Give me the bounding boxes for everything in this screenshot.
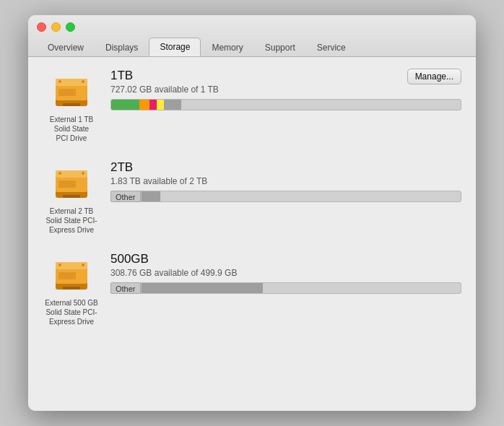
svg-point-12 [58, 172, 61, 175]
drive-row-1: External 2 TBSolid State PCI-Express Dri… [43, 160, 461, 235]
storage-bar-0 [110, 99, 461, 110]
drive-available-2: 308.76 GB available of 499.9 GB [110, 268, 461, 278]
storage-bar-2 [141, 282, 461, 294]
svg-rect-3 [58, 89, 76, 96]
svg-rect-10 [58, 181, 76, 188]
other-label-1: Other [110, 191, 141, 202]
drive-available-1: 1.83 TB available of 2 TB [110, 176, 461, 186]
minimize-button[interactable] [51, 22, 61, 32]
drive-info-1: 2TB1.83 TB available of 2 TBOther [110, 160, 461, 202]
tab-bar: OverviewDisplaysStorageMemorySupportServ… [37, 38, 467, 56]
drive-name-2: 500GB [110, 252, 149, 266]
svg-point-6 [82, 80, 84, 83]
drive-header-0: 1TBManage... [110, 69, 461, 84]
bar-with-label-1: Other [110, 191, 461, 202]
drive-info-2: 500GB308.76 GB available of 499.9 GBOthe… [110, 252, 461, 294]
bar-segment [164, 100, 181, 110]
drive-icon-wrap-1: External 2 TBSolid State PCI-Express Dri… [43, 160, 100, 235]
svg-rect-11 [63, 195, 80, 198]
app-window: OverviewDisplaysStorageMemorySupportServ… [28, 15, 476, 411]
svg-point-13 [82, 172, 84, 175]
bar-segment [111, 100, 139, 110]
bar-segment-other [142, 191, 161, 201]
bar-with-label-2: Other [110, 282, 461, 294]
svg-rect-17 [58, 272, 76, 279]
tab-support[interactable]: Support [254, 38, 306, 56]
drive-label-1: External 2 TBSolid State PCI-Express Dri… [45, 207, 97, 235]
drive-header-1: 2TB [110, 160, 461, 176]
drive-info-0: 1TBManage...727.02 GB available of 1 TB [110, 69, 461, 110]
svg-point-20 [82, 264, 84, 266]
drive-icon-wrap-0: External 1 TBSolid StatePCI Drive [43, 69, 100, 143]
storage-bar-1 [141, 191, 461, 202]
titlebar: OverviewDisplaysStorageMemorySupportServ… [28, 15, 476, 57]
drive-available-0: 727.02 GB available of 1 TB [110, 84, 461, 95]
window-controls [37, 22, 467, 32]
svg-point-5 [58, 80, 61, 83]
drive-header-2: 500GB [110, 252, 461, 268]
drive-row-2: External 500 GBSolid State PCI-Express D… [43, 252, 461, 326]
drive-name-0: 1TB [110, 69, 133, 83]
close-button[interactable] [37, 22, 46, 32]
bar-segment-other [142, 283, 263, 293]
manage-button[interactable]: Manage... [407, 69, 461, 84]
drive-label-2: External 500 GBSolid State PCI-Express D… [45, 298, 97, 326]
tab-service[interactable]: Service [306, 38, 357, 56]
bar-segment [157, 100, 164, 110]
bar-segment [139, 100, 150, 110]
svg-rect-4 [63, 103, 80, 106]
tab-displays[interactable]: Displays [95, 38, 149, 56]
svg-rect-18 [63, 287, 80, 290]
drive-row-0: External 1 TBSolid StatePCI Drive1TBMana… [43, 69, 461, 143]
svg-point-19 [58, 264, 61, 266]
drive-name-1: 2TB [110, 160, 133, 175]
drive-icon-wrap-2: External 500 GBSolid State PCI-Express D… [43, 252, 100, 326]
maximize-button[interactable] [66, 22, 75, 32]
tab-memory[interactable]: Memory [201, 38, 253, 56]
content-area: External 1 TBSolid StatePCI Drive1TBMana… [28, 57, 476, 411]
tab-storage[interactable]: Storage [149, 38, 201, 56]
other-label-2: Other [110, 282, 141, 294]
bar-segment [149, 100, 157, 110]
drive-label-0: External 1 TBSolid StatePCI Drive [50, 115, 93, 143]
tab-overview[interactable]: Overview [37, 38, 95, 56]
